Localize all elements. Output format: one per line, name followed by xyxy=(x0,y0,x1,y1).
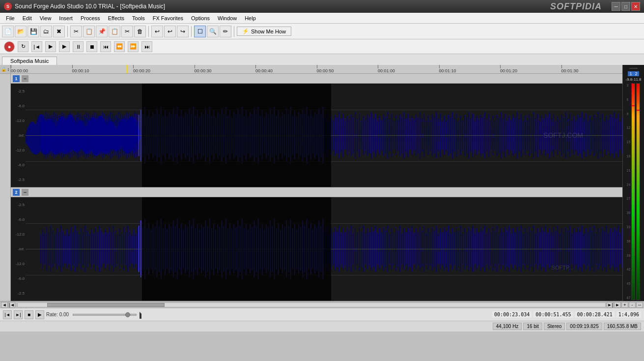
fit-btn[interactable]: ↔ xyxy=(636,302,643,308)
menu-bar: File Edit View Insert Process Effects To… xyxy=(0,13,644,24)
record-button[interactable]: ● xyxy=(4,41,15,52)
pause-button[interactable]: ⏸ xyxy=(73,41,84,52)
vu-bar-container: 3 6 9 12 15 18 21 24 27 30 33 36 39 42 4… xyxy=(627,83,641,300)
window-title: Sound Forge Audio Studio 10.0 TRIAL - [S… xyxy=(15,3,550,10)
rate-slider-thumb[interactable] xyxy=(125,312,130,317)
ruler-tick-4: 00:00:40 xyxy=(255,65,273,73)
save-button[interactable]: 💾 xyxy=(28,26,39,37)
menu-view[interactable]: View xyxy=(36,14,56,22)
menu-tools[interactable]: Tools xyxy=(128,14,149,22)
vu-scale-87: 87 xyxy=(627,296,631,300)
select-tool-button[interactable]: ☐ xyxy=(194,26,206,37)
play-button[interactable]: ▶ xyxy=(45,41,56,52)
loop-button[interactable]: ↻ xyxy=(18,41,28,52)
pencil-button[interactable]: ✏ xyxy=(220,26,231,37)
vu-bar-ch1 xyxy=(631,83,635,300)
menu-edit[interactable]: Edit xyxy=(19,14,36,22)
ruler-tick-9: 00:01:30 xyxy=(561,65,579,73)
separator-1 xyxy=(67,26,68,37)
bt-play-btn[interactable]: ▶ xyxy=(35,310,44,319)
undo-button[interactable]: ↩ xyxy=(151,26,163,37)
bt-prev-marker-btn[interactable]: |◄ xyxy=(3,310,12,319)
fast-forward-button[interactable]: ⏩ xyxy=(128,41,139,52)
bt-time3: 00:00:28.421 xyxy=(575,311,615,318)
save-all-button[interactable]: 🗂 xyxy=(40,26,52,37)
show-me-how-button[interactable]: ⚡ Show Me How xyxy=(237,27,291,36)
vu-channel-labels: 1 2 xyxy=(628,71,639,76)
play-from-start-button[interactable]: |◄ xyxy=(31,41,42,52)
close-button[interactable]: ✕ xyxy=(631,2,640,11)
play2-button[interactable]: ▶ xyxy=(59,41,70,52)
bt-time2: 00:00:51.455 xyxy=(533,311,573,318)
scroll-left-controls: ◄ |◄ xyxy=(1,302,15,308)
bt-next-marker-btn[interactable]: ►| xyxy=(14,310,23,319)
stop-button[interactable]: ⏹ xyxy=(86,41,97,52)
ruler-tick-1: 00:00:10 xyxy=(72,65,89,73)
trim-button[interactable]: ✂ xyxy=(121,26,133,37)
zoom-in-btn[interactable]: + xyxy=(621,302,628,308)
redo2-button[interactable]: ↪ xyxy=(177,26,189,37)
ch2-db-5: -12.0 xyxy=(11,262,26,266)
vu-ch1-label: 1 xyxy=(628,71,633,76)
channel-2-collapse-btn[interactable]: − xyxy=(22,189,28,196)
bt-stop-btn[interactable]: ■ xyxy=(25,310,33,319)
menu-options[interactable]: Options xyxy=(187,14,214,22)
scroll-right-btn[interactable]: ► xyxy=(614,302,621,308)
arrow-icon: ↕ xyxy=(7,67,10,72)
scroll-track[interactable] xyxy=(17,302,606,307)
menu-insert[interactable]: Insert xyxy=(55,14,77,22)
channel-1-badge: 1 xyxy=(13,75,20,82)
vu-meter-panel: •••••• 1 2 -9.8 -11.8 3 6 9 12 15 18 21 … xyxy=(622,65,644,301)
scroll-left-btn[interactable]: ◄ xyxy=(1,302,8,308)
channel-1: 1 − -2.5 -6.0 -12.0 -Inf. -12.0 -6.0 -2.… xyxy=(11,74,622,187)
menu-window[interactable]: Window xyxy=(214,14,241,22)
ch2-db-7: -2.5 xyxy=(11,291,26,296)
new-button[interactable]: 📄 xyxy=(2,26,14,37)
ch2-db-6: -6.0 xyxy=(11,276,26,281)
vu-scale-9: 9 xyxy=(627,112,631,116)
minimize-button[interactable]: ─ xyxy=(612,2,620,11)
channel-1-body: -2.5 -6.0 -12.0 -Inf. -12.0 -6.0 -2.5 xyxy=(11,84,622,187)
menu-fx-favorites[interactable]: FX Favorites xyxy=(149,14,187,22)
paste-button[interactable]: 📌 xyxy=(96,26,108,37)
rate-slider[interactable] xyxy=(73,314,137,316)
channel-2-badge: 2 xyxy=(13,189,20,196)
zoom-button[interactable]: 🔍 xyxy=(207,26,219,37)
bottom-scrollbar: ◄ |◄ ►| ► + - ↔ xyxy=(0,301,644,308)
ruler-labels: 00:00:0000:00:1000:00:2000:00:3000:00:40… xyxy=(11,65,622,73)
delete-button[interactable]: 🗑 xyxy=(134,26,146,37)
bt-ratio: 1:4,096 xyxy=(616,311,641,318)
channel-2-body: -2.5 -6.0 -12.0 -Inf. -12.0 -6.0 -2.5 xyxy=(11,197,622,301)
scroll-home-btn[interactable]: |◄ xyxy=(8,302,15,308)
ruler-tick-2: 00:00:20 xyxy=(133,65,150,73)
menu-help[interactable]: Help xyxy=(241,14,260,22)
open-button[interactable]: 📂 xyxy=(15,26,27,37)
menu-file[interactable]: File xyxy=(2,14,19,22)
redo-button[interactable]: ↩ xyxy=(164,26,176,37)
rewind-button[interactable]: ⏪ xyxy=(114,41,125,52)
scroll-end-btn[interactable]: ►| xyxy=(607,302,614,308)
vu-scale-21: 21 xyxy=(627,169,631,172)
scroll-thumb[interactable] xyxy=(47,303,165,307)
step-back-button[interactable]: ⏮ xyxy=(100,41,111,52)
ch1-db-5: -12.0 xyxy=(11,148,26,152)
doc-tab[interactable]: Softpedia Music xyxy=(2,57,57,65)
app-icon: S xyxy=(4,2,12,10)
vu-scale-45: 45 xyxy=(627,282,631,285)
toolbar: 📄 📂 💾 🗂 ✖ ✂ 📋 📌 📋 ✂ 🗑 ↩ ↩ ↪ ☐ 🔍 ✏ ⚡ Show… xyxy=(0,24,644,39)
rate-marker xyxy=(140,312,145,319)
step-fwd-button[interactable]: ⏭ xyxy=(141,41,152,52)
menu-effects[interactable]: Effects xyxy=(104,14,128,22)
paste2-button[interactable]: 📋 xyxy=(109,26,120,37)
maximize-button[interactable]: □ xyxy=(621,2,630,11)
left-margin: 🔒 ↕ xyxy=(0,65,11,301)
copy-button[interactable]: 📋 xyxy=(83,26,95,37)
menu-process[interactable]: Process xyxy=(77,14,104,22)
ch1-db-2: -6.0 xyxy=(11,104,26,108)
ch2-db-4: -Inf. xyxy=(11,247,26,251)
channel-1-collapse-btn[interactable]: − xyxy=(22,75,28,82)
close-doc-button[interactable]: ✖ xyxy=(53,26,65,37)
zoom-out-btn[interactable]: - xyxy=(629,302,636,308)
cut-button[interactable]: ✂ xyxy=(70,26,82,37)
vu-peak-values: -9.8 -11.8 xyxy=(625,77,641,82)
